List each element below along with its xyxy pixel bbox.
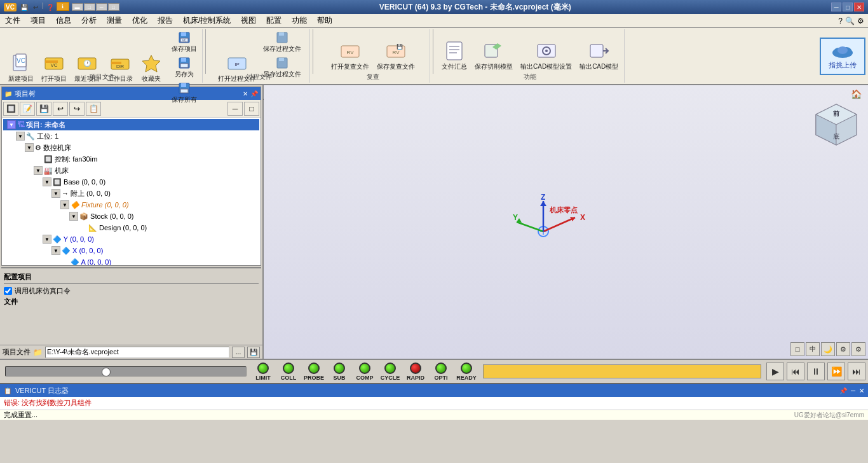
- btn-sim-end[interactable]: ⏭: [848, 363, 865, 380]
- btn-save-cut[interactable]: 保存切削模型: [471, 39, 516, 73]
- tree-expand-axisX[interactable]: ▼: [51, 246, 60, 255]
- recent-projects-icon: 🕐: [77, 53, 97, 73]
- win-restore[interactable]: □: [843, 3, 853, 11]
- led-comp: [359, 363, 370, 374]
- tree-node-control[interactable]: 🔲 控制: fan30im: [3, 153, 259, 165]
- btn-favorites[interactable]: 收藏夹: [137, 51, 165, 85]
- log-pin[interactable]: 📌: [839, 387, 847, 394]
- menu-view[interactable]: 视图: [236, 14, 261, 27]
- tree-node-cnc[interactable]: ▼ ⚙ 数控机床: [3, 142, 259, 153]
- quick-help[interactable]: ❓: [45, 2, 55, 12]
- home-icon[interactable]: 🏠: [851, 89, 862, 99]
- menu-help[interactable]: 帮助: [312, 14, 337, 27]
- branding-text: UG爱好者论坛@si7emm: [794, 411, 864, 420]
- checkbox-sim[interactable]: [4, 287, 12, 295]
- tree-expand-attach[interactable]: ▼: [51, 189, 60, 198]
- menu-report[interactable]: 报告: [153, 14, 178, 27]
- tree-expand-machine[interactable]: ▼: [34, 166, 43, 175]
- tree-node-axisY[interactable]: ▼ 🔷 Y (0, 0, 0): [3, 233, 259, 245]
- tree-node-machine[interactable]: ▼ 🏭 机床: [3, 165, 259, 176]
- menu-optimize[interactable]: 优化: [127, 14, 153, 27]
- main-area: 📁 项目树 ✕ 📌 🔲 📝 💾 ↩ ↪ 📋 ─ □ ▼: [0, 85, 868, 359]
- sim-progress-slider[interactable]: [5, 366, 247, 377]
- tree-node-workpiece[interactable]: ▼ 🔧 工位: 1: [3, 130, 259, 142]
- quick-undo[interactable]: ↩: [31, 2, 41, 12]
- project-file-path[interactable]: [45, 347, 229, 358]
- tree-node-base[interactable]: ▼ 🔲 Base (0, 0, 0): [3, 176, 259, 188]
- window-btns-top: ▬ □ ─ □: [72, 3, 119, 11]
- menu-analysis[interactable]: 分析: [76, 14, 102, 27]
- save-cut-icon: [484, 41, 504, 61]
- toolbar-group-review-label: 复查: [367, 73, 379, 81]
- log-close[interactable]: ✕: [859, 387, 864, 394]
- tree-node-stock[interactable]: ▼ 📦 Stock (0, 0, 0): [3, 211, 259, 222]
- btn-sim-pause[interactable]: ⏸: [807, 363, 825, 380]
- btn-save-all[interactable]: 保存所有: [169, 81, 200, 106]
- btn-open-review[interactable]: RV 打开复查文件: [328, 39, 372, 73]
- tree-expand-axisY[interactable]: ▼: [43, 235, 51, 244]
- btn-file-summary[interactable]: 文件汇总: [438, 39, 470, 73]
- menu-function[interactable]: 功能: [287, 14, 312, 27]
- menu-question[interactable]: ?: [838, 17, 843, 25]
- btn-cad-output[interactable]: 输出CAD模型: [576, 39, 621, 73]
- svg-text:前: 前: [833, 110, 839, 117]
- btn-save-as[interactable]: 另存为: [169, 56, 200, 80]
- btn-cloud-upload[interactable]: 指挑上传: [820, 38, 865, 75]
- tree-expand-stock[interactable]: ▼: [69, 212, 78, 221]
- divider-3: [433, 29, 433, 74]
- menu-machine[interactable]: 机床/控制系统: [178, 14, 236, 27]
- tree-expand-base[interactable]: ▼: [43, 177, 51, 186]
- vp-btn-settings2[interactable]: ⚙: [851, 342, 865, 356]
- path-browse-btn[interactable]: ...: [232, 347, 245, 358]
- vp-btn-settings1[interactable]: ⚙: [836, 342, 850, 356]
- win-close[interactable]: ✕: [854, 3, 864, 11]
- tree-expand-project[interactable]: ▼: [7, 120, 16, 129]
- log-minimize[interactable]: ─: [851, 387, 855, 394]
- quick-save[interactable]: 💾: [19, 2, 29, 12]
- tree-node-design[interactable]: 📐 Design (0, 0, 0): [3, 222, 259, 233]
- btn-open-project[interactable]: VC 打开项目: [38, 51, 70, 85]
- tree-expand-fixture[interactable]: ▼: [60, 200, 69, 209]
- menu-config[interactable]: 配置: [261, 14, 287, 27]
- tree-node-axisA[interactable]: 🔷 A (0, 0, 0): [3, 256, 259, 266]
- led-ready: [461, 363, 472, 374]
- tree-node-fixture[interactable]: ▼ 🔶 Fixture (0, 0, 0): [3, 199, 259, 211]
- btn-sim-prev[interactable]: ⏮: [787, 363, 804, 380]
- sim-slider-thumb[interactable]: [102, 368, 111, 377]
- vp-btn-night[interactable]: 🌙: [821, 342, 835, 356]
- log-footer: 完成重置... UG爱好者论坛@si7emm: [0, 410, 868, 420]
- svg-rect-17: [181, 58, 186, 62]
- menu-info[interactable]: 信息: [51, 14, 76, 27]
- vp-btn-shading[interactable]: 中: [806, 342, 820, 356]
- btn-new-project[interactable]: VC 新建项目: [5, 51, 37, 85]
- log-content: 错误: 没有找到数控刀具组件: [0, 397, 868, 410]
- btn-save-process[interactable]: 保存过程文件: [261, 31, 304, 55]
- btn-cad-settings[interactable]: 输出CAD模型设置: [517, 39, 575, 73]
- path-save-btn[interactable]: 💾: [247, 347, 260, 358]
- btn-sim-next[interactable]: ⏩: [827, 363, 845, 380]
- file-summary-icon: [444, 41, 465, 61]
- vp-btn-wireframe[interactable]: □: [790, 342, 804, 356]
- btn-save-project[interactable]: VC 保存项目: [169, 31, 200, 55]
- menu-measure[interactable]: 测量: [102, 14, 127, 27]
- btn-save-review[interactable]: RV💾 保存复查文件: [374, 39, 418, 73]
- tree-node-attach[interactable]: ▼ → 附上 (0, 0, 0): [3, 188, 259, 199]
- save-review-icon: RV💾: [386, 41, 406, 61]
- indicator-comp: COMP: [353, 363, 376, 381]
- svg-text:VC: VC: [182, 38, 187, 42]
- tree-node-project[interactable]: ▼ 🏗 项目: 未命名: [3, 119, 259, 130]
- menu-settings[interactable]: ⚙: [857, 17, 864, 25]
- win-minimize[interactable]: ─: [831, 3, 841, 11]
- btn-sim-start[interactable]: ▶: [766, 363, 784, 380]
- menu-project[interactable]: 项目: [25, 14, 51, 27]
- tree-node-axisX[interactable]: ▼ 🔷 X (0, 0, 0): [3, 245, 259, 256]
- menu-search[interactable]: 🔍: [845, 17, 855, 25]
- led-limit: [257, 363, 269, 374]
- viewport-3d[interactable]: 🏠 前 底: [264, 85, 868, 359]
- tree-expand-workpiece[interactable]: ▼: [16, 132, 25, 141]
- svg-text:VC: VC: [50, 62, 57, 68]
- btn-cloud-label: 指挑上传: [829, 60, 857, 70]
- menu-file[interactable]: 文件: [0, 14, 25, 27]
- tree-expand-cnc[interactable]: ▼: [25, 143, 34, 152]
- view-cube[interactable]: 前 底: [811, 99, 862, 150]
